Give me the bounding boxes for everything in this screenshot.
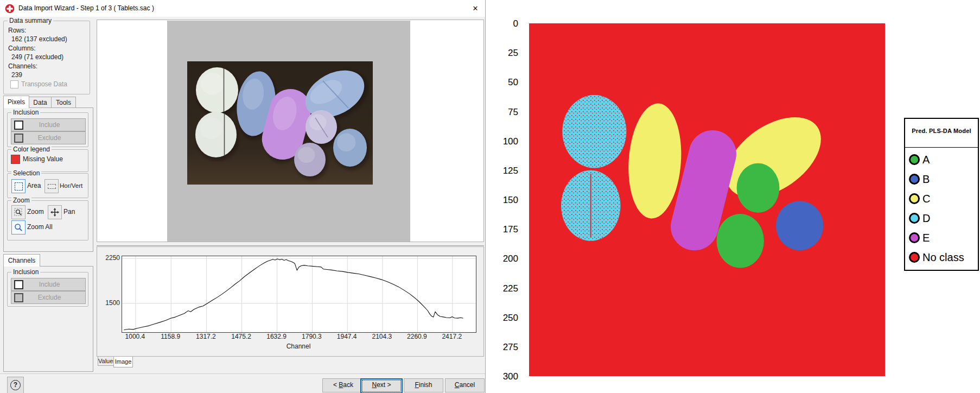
x-tick-label: 1475.2 xyxy=(222,333,260,340)
pan-label[interactable]: Pan xyxy=(63,205,75,218)
bottom-tab-image[interactable]: Image xyxy=(113,357,133,367)
legend-entry-b: B xyxy=(909,171,930,187)
zoom-group-title: Zoom xyxy=(11,196,31,204)
x-tick-label: 2260.9 xyxy=(398,333,436,340)
image-canvas[interactable] xyxy=(167,21,410,242)
spectrum-plot-area[interactable] xyxy=(122,256,476,333)
transpose-label: Transpose Data xyxy=(21,80,67,88)
next-button[interactable]: Next > xyxy=(360,378,403,393)
legend-entry-no-class: No class xyxy=(909,249,964,265)
map-y-tick-label: 225 xyxy=(478,283,518,294)
color-legend-group: Color legend Missing Value xyxy=(7,149,88,172)
close-icon[interactable]: ✕ xyxy=(466,0,485,17)
channels-exclude-checkbox xyxy=(14,293,23,302)
tab-pixels[interactable]: Pixels xyxy=(3,96,29,108)
horvert-label[interactable]: Hor/Vert xyxy=(60,179,82,192)
score-line-artifact xyxy=(590,174,591,237)
exclude-label: Exclude xyxy=(23,134,75,142)
tab-channels[interactable]: Channels xyxy=(3,254,40,267)
legend-color-dot xyxy=(909,193,920,204)
include-checkbox xyxy=(14,121,23,130)
channels-include-button[interactable]: Include xyxy=(11,278,86,291)
channels-include-checkbox xyxy=(14,280,23,289)
help-button[interactable]: ? xyxy=(7,377,24,393)
map-y-tick-label: 100 xyxy=(478,136,518,147)
spectrum-x-axis-title: Channel xyxy=(122,343,475,350)
channels-exclude-button[interactable]: Exclude xyxy=(11,291,86,304)
zoom-all-label[interactable]: Zoom All xyxy=(27,220,53,233)
help-icon: ? xyxy=(10,380,21,390)
tab-data[interactable]: Data xyxy=(29,97,52,108)
map-y-tick-label: 150 xyxy=(478,195,518,206)
horvert-select-button[interactable] xyxy=(44,179,59,193)
zoom-label[interactable]: Zoom xyxy=(27,205,44,218)
zoom-all-icon xyxy=(14,223,23,232)
legend-entry-label: A xyxy=(922,154,930,166)
data-summary-group: Data summary Rows: 162 (137 excluded) Co… xyxy=(3,21,90,94)
back-button[interactable]: < Back xyxy=(322,378,364,392)
pixels-exclude-button[interactable]: Exclude xyxy=(11,131,86,144)
rows-value: 162 (137 excluded) xyxy=(11,35,67,43)
missing-value-swatch xyxy=(11,155,20,164)
map-y-tick-label: 200 xyxy=(478,253,518,264)
image-display-panel xyxy=(97,20,484,242)
rows-label: Rows: xyxy=(8,27,26,35)
legend-title: Pred. PLS-DA Model xyxy=(905,128,978,134)
x-tick-label: 1158.9 xyxy=(151,333,189,340)
finish-button[interactable]: Finish xyxy=(404,378,443,392)
pixels-inclusion-title: Inclusion xyxy=(11,109,40,116)
map-y-tick-label: 0 xyxy=(478,18,518,29)
tab-tools[interactable]: Tools xyxy=(51,97,76,108)
map-y-tick-label: 250 xyxy=(478,313,518,324)
selection-title: Selection xyxy=(11,169,41,177)
screenshot-root: Data Import Wizard - Step 1 of 3 ( Table… xyxy=(0,0,980,393)
columns-label: Columns: xyxy=(8,45,36,53)
legend-color-dot xyxy=(909,252,920,263)
map-y-tick-label: 50 xyxy=(478,77,518,88)
area-select-button[interactable] xyxy=(11,179,26,193)
transpose-checkbox[interactable] xyxy=(10,80,18,88)
channels-panel: Inclusion Include Exclude xyxy=(3,266,93,372)
zoom-icon xyxy=(14,208,23,217)
selection-group: Selection Area Hor/Vert xyxy=(7,173,88,198)
map-y-tick-label: 25 xyxy=(478,48,518,59)
columns-value: 249 (71 excluded) xyxy=(11,53,63,61)
channels-exclude-label: Exclude xyxy=(23,294,75,301)
legend-entry-d: D xyxy=(909,210,930,226)
spectrum-line-chart xyxy=(122,256,476,332)
exclude-checkbox xyxy=(14,134,23,143)
x-tick-label: 1632.9 xyxy=(258,333,296,340)
map-y-tick-label: 175 xyxy=(478,224,518,235)
legend-entry-label: B xyxy=(922,173,930,186)
bottom-tab-values[interactable]: Values xyxy=(98,357,114,366)
pan-button[interactable] xyxy=(48,205,62,219)
map-y-tick-label: 300 xyxy=(478,371,518,382)
legend-entry-a: A xyxy=(909,151,930,168)
area-label[interactable]: Area xyxy=(27,179,41,192)
class-region-b xyxy=(776,201,823,250)
plsda-legend: Pred. PLS-DA Model ABCDENo class xyxy=(904,118,979,271)
title-bar[interactable]: Data Import Wizard - Step 1 of 3 ( Table… xyxy=(0,0,485,17)
legend-entry-label: E xyxy=(922,232,930,244)
x-tick-label: 1790.3 xyxy=(292,333,330,340)
map-y-tick-label: 75 xyxy=(478,107,518,118)
legend-color-dot xyxy=(909,154,920,165)
pixels-inclusion-group: Inclusion Include Exclude xyxy=(7,112,88,147)
legend-separator xyxy=(905,147,978,148)
legend-entry-e: E xyxy=(909,230,930,246)
data-import-wizard-window: Data Import Wizard - Step 1 of 3 ( Table… xyxy=(0,0,486,393)
zoom-button[interactable] xyxy=(11,205,26,219)
x-tick-label: 2417.2 xyxy=(433,333,471,340)
x-tick-label: 1947.4 xyxy=(328,333,366,340)
missing-value-label: Missing Value xyxy=(23,155,63,163)
legend-entry-c: C xyxy=(909,191,930,207)
class-region-a xyxy=(717,214,764,268)
map-y-tick-label: 125 xyxy=(478,166,518,176)
window-title: Data Import Wizard - Step 1 of 3 ( Table… xyxy=(18,0,154,17)
plsda-class-map[interactable] xyxy=(529,23,885,376)
pixels-include-button[interactable]: Include xyxy=(11,118,86,131)
splitter-handle[interactable] xyxy=(97,243,484,246)
class-region-a xyxy=(737,163,780,213)
zoom-all-button[interactable] xyxy=(11,220,26,234)
tablets-photo xyxy=(187,61,373,185)
